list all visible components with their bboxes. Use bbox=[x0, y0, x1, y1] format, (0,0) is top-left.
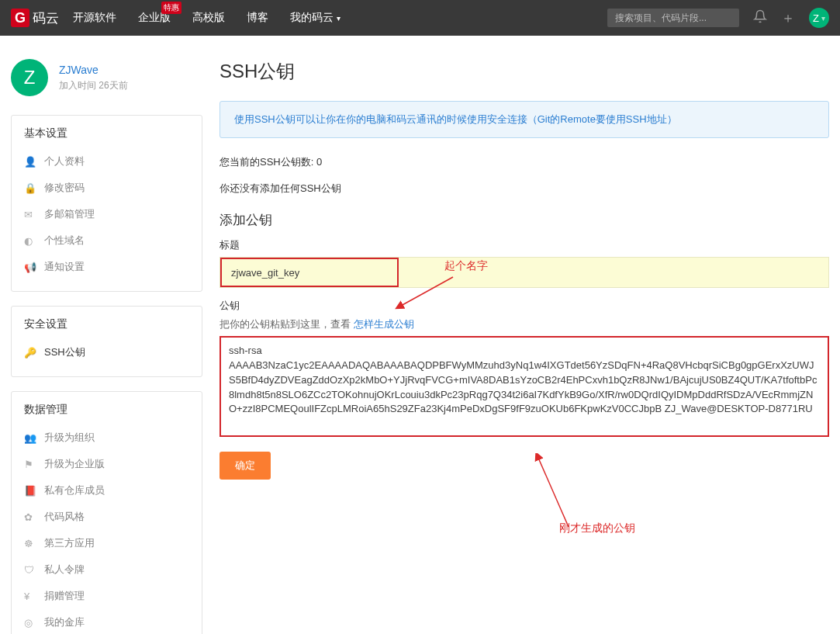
sidebar-item-vault[interactable]: ◎我的金库 bbox=[24, 609, 189, 634]
menu-title-basic: 基本设置 bbox=[24, 126, 189, 140]
megaphone-icon: 📢 bbox=[24, 262, 38, 273]
chevron-down-icon: ▾ bbox=[821, 14, 825, 23]
ssh-empty: 你还没有添加任何SSH公钥 bbox=[220, 182, 829, 196]
nav-blog[interactable]: 博客 bbox=[247, 11, 268, 25]
sidebar-item-password[interactable]: 🔒修改密码 bbox=[24, 175, 189, 201]
sidebar-item-org[interactable]: 👥升级为组织 bbox=[24, 424, 189, 451]
sidebar-item-label: 升级为组织 bbox=[44, 431, 95, 445]
sidebar-item-codestyle[interactable]: ✿代码风格 bbox=[24, 504, 189, 530]
shield-icon: 🛡 bbox=[24, 564, 38, 576]
avatar-letter: Z bbox=[813, 12, 819, 24]
arrow-icon bbox=[534, 453, 580, 531]
sidebar-item-label: SSH公钥 bbox=[44, 345, 85, 359]
sidebar-item-domain[interactable]: ◐个性域名 bbox=[24, 227, 189, 254]
ssh-count: 您当前的SSH公钥数: 0 bbox=[220, 155, 829, 169]
sidebar-item-label: 升级为企业版 bbox=[44, 457, 105, 471]
arrow-icon bbox=[395, 273, 457, 312]
annotation-title: 起个名字 bbox=[444, 259, 488, 273]
nav-right: ＋ Z ▾ bbox=[607, 8, 829, 28]
svg-line-0 bbox=[401, 277, 453, 306]
main-content: SSH公钥 使用SSH公钥可以让你在你的电脑和码云通讯的时候使用安全连接（Git… bbox=[220, 59, 829, 634]
yen-icon: ¥ bbox=[24, 591, 38, 602]
repo-icon: 📕 bbox=[24, 485, 38, 497]
sidebar-item-notify[interactable]: 📢通知设置 bbox=[24, 254, 189, 280]
user-joined: 加入时间 26天前 bbox=[59, 79, 128, 92]
title-label: 标题 bbox=[220, 238, 829, 252]
sidebar-item-donate[interactable]: ¥捐赠管理 bbox=[24, 583, 189, 609]
add-key-title: 添加公钥 bbox=[220, 211, 829, 229]
menu-security: 安全设置 🔑SSH公钥 bbox=[11, 306, 202, 377]
menu-basic: 基本设置 👤个人资料 🔒修改密码 ✉多邮箱管理 ◐个性域名 📢通知设置 bbox=[11, 115, 202, 292]
sidebar-item-private[interactable]: 📕私有仓库成员 bbox=[24, 477, 189, 504]
nav-campus[interactable]: 高校版 bbox=[192, 11, 225, 25]
avatar[interactable]: Z ▾ bbox=[809, 8, 829, 28]
submit-button[interactable]: 确定 bbox=[220, 452, 271, 480]
sidebar-item-label: 我的金库 bbox=[44, 615, 85, 629]
menu-title-security: 安全设置 bbox=[24, 317, 189, 331]
code-icon: ✿ bbox=[24, 511, 38, 523]
flag-icon: ⚑ bbox=[24, 459, 38, 470]
nav-opensource[interactable]: 开源软件 bbox=[73, 11, 116, 25]
sidebar-item-label: 代码风格 bbox=[44, 510, 85, 524]
sidebar-item-token[interactable]: 🛡私人令牌 bbox=[24, 556, 189, 583]
logo-text: 码云 bbox=[33, 9, 59, 27]
sidebar-item-sshkey[interactable]: 🔑SSH公钥 bbox=[24, 339, 189, 366]
sidebar-item-thirdparty[interactable]: ☸第三方应用 bbox=[24, 530, 189, 556]
annotation-key: 刚才生成的公钥 bbox=[559, 521, 635, 535]
key-textarea[interactable] bbox=[220, 336, 829, 437]
chevron-down-icon: ▾ bbox=[337, 14, 340, 23]
top-nav: G 码云 开源软件 企业版 特惠 高校版 博客 我的码云 ▾ ＋ Z ▾ bbox=[0, 0, 840, 36]
nav-links: 开源软件 企业版 特惠 高校版 博客 我的码云 ▾ bbox=[73, 11, 340, 25]
sidebar-item-label: 私人令牌 bbox=[44, 563, 85, 577]
sidebar-item-email[interactable]: ✉多邮箱管理 bbox=[24, 201, 189, 227]
search-input[interactable] bbox=[607, 9, 739, 27]
page-title: SSH公钥 bbox=[220, 59, 829, 84]
key-hint: 把你的公钥粘贴到这里，查看 怎样生成公钥 bbox=[220, 317, 829, 331]
menu-data: 数据管理 👥升级为组织 ⚑升级为企业版 📕私有仓库成员 ✿代码风格 ☸第三方应用… bbox=[11, 391, 202, 634]
key-icon: 🔑 bbox=[24, 347, 38, 359]
user-icon: 👤 bbox=[24, 156, 38, 168]
nav-mine-label: 我的码云 bbox=[290, 11, 334, 25]
avatar-large: Z bbox=[11, 59, 48, 96]
svg-line-1 bbox=[538, 458, 569, 527]
sidebar-item-label: 个人资料 bbox=[44, 154, 85, 168]
sidebar-item-profile[interactable]: 👤个人资料 bbox=[24, 148, 189, 175]
mail-icon: ✉ bbox=[24, 209, 38, 220]
lock-icon: 🔒 bbox=[24, 182, 38, 194]
group-icon: 👥 bbox=[24, 432, 38, 444]
sidebar-item-ent[interactable]: ⚑升级为企业版 bbox=[24, 451, 189, 477]
title-input-wrap: zjwave_git_key bbox=[220, 257, 829, 288]
title-input[interactable]: zjwave_git_key bbox=[220, 258, 399, 287]
menu-title-data: 数据管理 bbox=[24, 403, 189, 417]
user-name[interactable]: ZJWave bbox=[59, 64, 128, 76]
vault-icon: ◎ bbox=[24, 617, 38, 629]
plus-icon[interactable]: ＋ bbox=[781, 9, 795, 27]
info-banner: 使用SSH公钥可以让你在你的电脑和码云通讯的时候使用安全连接（Git的Remot… bbox=[220, 101, 829, 138]
sidebar-item-label: 通知设置 bbox=[44, 260, 85, 274]
sidebar-item-label: 捐赠管理 bbox=[44, 589, 85, 603]
nav-enterprise[interactable]: 企业版 特惠 bbox=[138, 11, 171, 25]
bell-icon[interactable] bbox=[753, 9, 767, 27]
nav-mine[interactable]: 我的码云 ▾ bbox=[290, 11, 340, 25]
sidebar-item-label: 多邮箱管理 bbox=[44, 207, 95, 221]
globe-icon: ◐ bbox=[24, 235, 38, 247]
sidebar-item-label: 第三方应用 bbox=[44, 536, 95, 550]
sidebar-item-label: 私有仓库成员 bbox=[44, 483, 105, 497]
sidebar: Z ZJWave 加入时间 26天前 基本设置 👤个人资料 🔒修改密码 ✉多邮箱… bbox=[11, 59, 202, 634]
badge-hot: 特惠 bbox=[161, 2, 181, 14]
sidebar-item-label: 个性域名 bbox=[44, 234, 85, 248]
key-label: 公钥 bbox=[220, 299, 829, 313]
logo[interactable]: G 码云 bbox=[11, 9, 59, 27]
user-block: Z ZJWave 加入时间 26天前 bbox=[11, 59, 202, 96]
logo-icon: G bbox=[11, 9, 29, 27]
key-hint-link[interactable]: 怎样生成公钥 bbox=[354, 318, 414, 330]
plugin-icon: ☸ bbox=[24, 538, 38, 549]
key-hint-text: 把你的公钥粘贴到这里，查看 bbox=[220, 318, 354, 330]
sidebar-item-label: 修改密码 bbox=[44, 181, 85, 195]
